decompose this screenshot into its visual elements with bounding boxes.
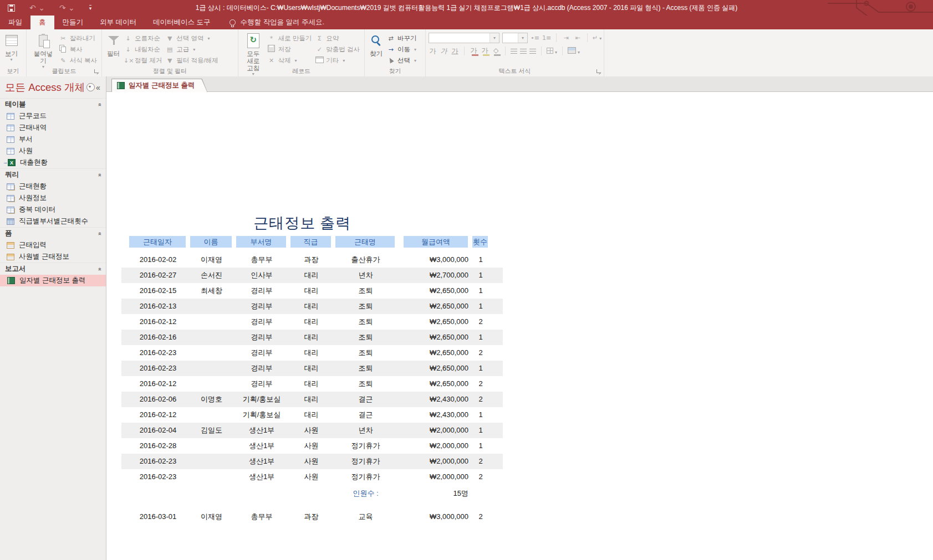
nav-item[interactable]: 일자별 근태정보 출력	[0, 275, 106, 286]
nav-item[interactable]: 근태내역	[0, 122, 106, 133]
cut-button[interactable]: ✂ 잘라내기	[57, 33, 99, 44]
chevron-up-icon	[96, 173, 103, 176]
goto-icon: →	[386, 46, 395, 53]
nav-menu-dropdown-icon[interactable]	[86, 83, 95, 91]
nav-item[interactable]: 대출현황	[0, 157, 106, 168]
fill-color-icon[interactable]: ◇	[492, 47, 500, 56]
table-row: 2016-02-23 생산1부 사원 정기휴가 ₩2,000,000 2	[121, 454, 503, 469]
delete-record-button[interactable]: ✕ 삭제	[266, 55, 314, 66]
font-color-icon[interactable]: 가	[470, 47, 478, 56]
table-row: 2016-02-23 생산1부 사원 정기휴가 ₩2,000,000 2	[121, 469, 503, 485]
nav-item[interactable]: 사원정보	[0, 192, 106, 204]
format-painter-button[interactable]: ✎ 서식 복사	[57, 55, 99, 66]
selection-button[interactable]: ▼ 선택 영역	[164, 33, 220, 44]
table-row: 2016-02-04 김일도 생산1부 사원 년차 ₩2,000,000 1	[121, 423, 503, 438]
advanced-filter-button[interactable]: ▤ 고급	[164, 44, 220, 55]
goto-button[interactable]: → 이동	[385, 44, 419, 55]
nav-section-header[interactable]: 보고서	[0, 263, 106, 275]
nav-item[interactable]: 근태입력	[0, 239, 106, 251]
numbering-icon[interactable]: 1≡	[542, 34, 551, 42]
gridlines-icon[interactable]	[547, 46, 557, 56]
summary-value: 15명	[404, 486, 468, 501]
text-format-dialog-launcher-icon[interactable]	[596, 69, 602, 75]
qat-customize-icon[interactable]	[89, 5, 92, 11]
refresh-icon	[247, 33, 259, 48]
cell-count: 1	[473, 299, 488, 314]
indent-increase-icon[interactable]: ⇥	[562, 34, 570, 42]
bullets-icon[interactable]: •≡	[531, 34, 539, 42]
view-button[interactable]: 보기	[3, 31, 20, 63]
nav-item[interactable]: 근무코드	[0, 110, 106, 122]
nav-item[interactable]: 부서	[0, 133, 106, 145]
bold-icon[interactable]: 가	[429, 47, 437, 55]
filter-icon	[108, 35, 120, 46]
paste-button-label: 붙여넣기	[32, 50, 55, 65]
undo-icon[interactable]: ↶ ⌄	[29, 4, 45, 12]
nav-section-header[interactable]: 폼	[0, 227, 106, 239]
remove-sort-button[interactable]: ↓× 정렬 제거	[122, 55, 164, 66]
save-record-button[interactable]: 저장	[266, 44, 314, 55]
save-icon[interactable]	[8, 4, 15, 12]
nav-item-label: 사원별 근태정보	[19, 252, 69, 261]
font-size-combo[interactable]	[502, 33, 528, 43]
table-row: 2016-02-27 손서진 인사부 대리 년차 ₩2,700,000 1	[121, 268, 503, 283]
ribbon-group-views: 보기 보기	[0, 29, 27, 76]
find-button[interactable]: 찾기	[368, 31, 385, 59]
filter-button[interactable]: 필터	[105, 31, 122, 59]
spelling-label: 맞춤법 검사	[326, 45, 360, 54]
font-name-combo[interactable]	[429, 33, 499, 43]
document-tab[interactable]: 일자별 근태정보 출력	[112, 79, 207, 92]
align-right-icon[interactable]	[529, 49, 536, 54]
totals-icon: Σ	[315, 35, 324, 42]
clipboard-dialog-launcher-icon[interactable]	[94, 69, 100, 75]
redo-icon[interactable]: ↷ ⌄	[59, 4, 75, 12]
alternate-row-color-icon[interactable]	[568, 46, 580, 56]
align-left-icon[interactable]	[511, 49, 517, 54]
sort-descending-button[interactable]: ↓ 내림차순	[122, 44, 164, 55]
shutter-bar-close-icon[interactable]	[96, 83, 100, 92]
ribbon: 보기 보기 붙여넣기 ✂ 잘라내기 복사 ✎	[0, 29, 933, 77]
replace-button[interactable]: ⇄ 바꾸기	[385, 33, 419, 44]
paste-button[interactable]: 붙여넣기	[29, 31, 57, 70]
cell-name	[191, 469, 232, 485]
tab-external-data[interactable]: 외부 데이터	[91, 16, 145, 29]
chevron-down-icon	[10, 58, 12, 61]
cell-salary: ₩3,000,000	[404, 252, 468, 268]
report-tab-icon	[117, 82, 125, 89]
tell-me-box[interactable]: 수행할 작업을 알려 주세요.	[230, 16, 324, 29]
cell-dept: 총무부	[237, 509, 287, 525]
ribbon-group-text-format: •≡ 1≡ ⇥ ⇤ ↵ 가 가 가 가 가 ◇	[426, 29, 604, 76]
select-button[interactable]: 선택	[385, 55, 419, 66]
new-record-button[interactable]: * 새로 만들기	[266, 33, 314, 44]
italic-icon[interactable]: 가	[440, 47, 448, 55]
nav-section: 테이블 근무코드 근태내역 부서 사원 대출현황	[0, 98, 106, 168]
underline-icon[interactable]: 가	[451, 47, 459, 55]
totals-button[interactable]: Σ 요약	[313, 33, 361, 44]
tab-create[interactable]: 만들기	[54, 16, 92, 29]
sort-ascending-button[interactable]: ↓ 오름차순	[122, 33, 164, 44]
nav-section-header[interactable]: 쿼리	[0, 168, 106, 181]
nav-item[interactable]: 직급별부서별근태횟수	[0, 215, 106, 227]
spelling-button[interactable]: ✓ 맞춤법 검사	[313, 44, 361, 55]
cell-salary: ₩2,650,000	[404, 361, 468, 376]
tab-database-tools[interactable]: 데이터베이스 도구	[145, 16, 218, 29]
table-row: 2016-02-16 경리부 대리 조퇴 ₩2,650,000 1	[121, 330, 503, 345]
nav-item[interactable]: 중복 데이터	[0, 204, 106, 215]
cell-salary: ₩2,000,000	[404, 423, 468, 438]
tab-file[interactable]: 파일	[0, 16, 30, 29]
nav-item[interactable]: 근태현황	[0, 181, 106, 192]
indent-decrease-icon[interactable]: ⇤	[573, 34, 582, 42]
cell-count: 1	[473, 283, 488, 299]
cell-salary: ₩2,650,000	[404, 345, 468, 361]
tab-home[interactable]: 홈	[30, 16, 54, 29]
nav-section-header[interactable]: 테이블	[0, 98, 106, 110]
nav-item[interactable]: 사원별 근태정보	[0, 251, 106, 263]
toggle-filter-button[interactable]: ▼ 필터 적용/해제	[164, 55, 220, 66]
align-center-icon[interactable]	[520, 49, 527, 54]
nav-item-label: 사원	[19, 146, 33, 156]
copy-button[interactable]: 복사	[57, 44, 99, 55]
highlight-color-icon[interactable]: 가	[481, 47, 489, 56]
nav-item[interactable]: 사원	[0, 145, 106, 157]
more-records-button[interactable]: 기타	[313, 55, 361, 66]
text-direction-icon[interactable]: ↵	[593, 34, 601, 42]
